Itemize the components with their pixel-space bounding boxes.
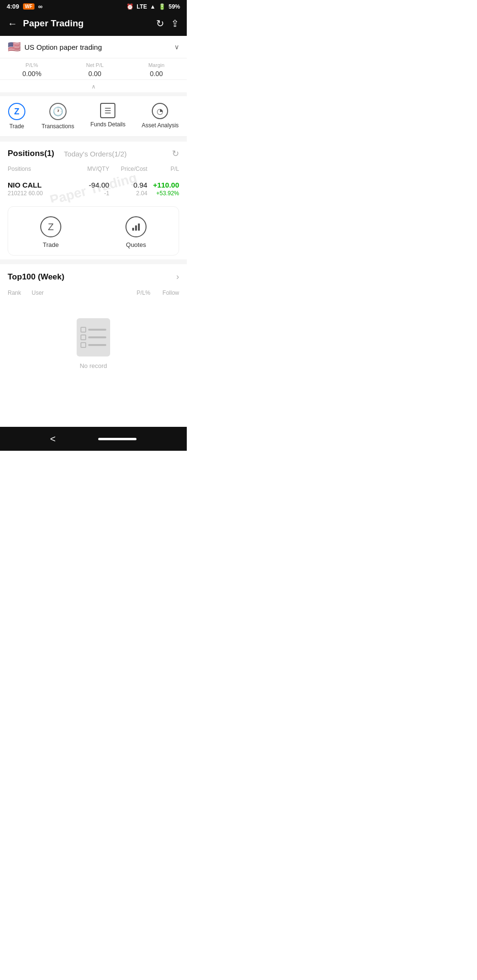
popup-actions: Z Trade Quotes — [8, 206, 179, 256]
infinity-icon: ∞ — [38, 3, 43, 10]
popup-quotes-label: Quotes — [126, 241, 146, 248]
nav-funds-details[interactable]: ☰ Funds Details — [91, 103, 125, 130]
pos-mv: -94.00 -1 — [71, 181, 110, 197]
position-row: Paper Trading NIO CALL 210212 60.00 -94.… — [0, 175, 187, 202]
pos-price-main: 0.94 — [109, 181, 148, 189]
refresh-button[interactable]: ↻ — [156, 18, 164, 29]
home-indicator[interactable] — [98, 438, 136, 440]
share-button[interactable]: ⇪ — [171, 18, 179, 29]
pos-name: NIO CALL — [8, 181, 71, 189]
status-bar: 4:09 WF ∞ ⏰ LTE ▲ 🔋 59% — [0, 0, 187, 13]
rh-user: User — [32, 290, 91, 296]
nav-trade-label: Trade — [9, 123, 24, 130]
svg-rect-1 — [135, 225, 137, 231]
nr-line-2 — [80, 334, 106, 340]
no-record-container: No record — [0, 299, 187, 398]
positions-refresh-icon[interactable]: ↻ — [172, 148, 179, 159]
stat-pl-pct-value: 0.00% — [23, 70, 42, 78]
nav-funds-label: Funds Details — [91, 121, 125, 128]
flag-icon: 🇺🇸 — [8, 41, 21, 53]
bottom-spacer — [0, 398, 187, 427]
asset-analysis-icon: ◔ — [152, 103, 168, 119]
pos-pl: +110.00 +53.92% — [148, 181, 179, 197]
pos-mv-main: -94.00 — [71, 181, 110, 189]
nr-checkbox-3 — [80, 342, 86, 348]
rh-pl: P/L% — [91, 290, 150, 296]
nav-transactions-label: Transactions — [42, 123, 74, 130]
positions-tabs: Positions(1) Today's Orders(1/2) ↻ — [0, 142, 187, 163]
app-header: ← Paper Trading ↻ ⇪ — [0, 13, 187, 36]
nr-line-1 — [80, 327, 106, 333]
popup-quotes-icon — [125, 216, 147, 237]
nav-asset-label: Asset Analysis — [142, 122, 179, 129]
tab-positions[interactable]: Positions(1) — [8, 149, 54, 158]
battery-icon: 🔋 — [159, 3, 166, 10]
top100-header: Top100 (Week) › — [0, 264, 187, 287]
popup-quotes[interactable]: Quotes — [125, 216, 147, 248]
wf-badge: WF — [23, 3, 34, 10]
top100-arrow-icon[interactable]: › — [176, 272, 179, 282]
bottom-back-button[interactable]: < — [50, 434, 56, 445]
no-record-text: No record — [80, 362, 107, 369]
rh-follow: Follow — [150, 290, 179, 296]
bottom-nav-bar: < — [0, 427, 187, 451]
page-title: Paper Trading — [23, 18, 84, 29]
lte-text: LTE — [136, 3, 147, 10]
status-left: 4:09 WF ∞ — [7, 3, 43, 10]
stats-bar: P/L% 0.00% Net P/L 0.00 Margin 0.00 — [0, 58, 187, 80]
big-divider-1 — [0, 137, 187, 142]
pos-qty: -1 — [71, 190, 110, 197]
no-record-icon — [77, 318, 110, 356]
section-divider-1 — [0, 92, 187, 96]
nr-checkbox-2 — [80, 334, 86, 340]
popup-trade-label: Trade — [43, 241, 58, 248]
account-name: US Option paper trading — [24, 43, 102, 51]
nav-transactions[interactable]: 🕐 Transactions — [42, 103, 74, 130]
popup-trade[interactable]: Z Trade — [40, 216, 61, 248]
nr-text-3 — [88, 344, 106, 346]
svg-rect-0 — [132, 228, 134, 231]
account-selector[interactable]: 🇺🇸 US Option paper trading ∨ — [0, 36, 187, 58]
time-display: 4:09 — [7, 3, 19, 10]
alarm-icon: ⏰ — [126, 3, 134, 10]
svg-rect-2 — [138, 223, 140, 231]
battery-text: 59% — [169, 3, 180, 10]
stat-margin: Margin 0.00 — [148, 62, 165, 78]
nr-checkbox-1 — [80, 327, 86, 333]
signal-icon: ▲ — [150, 3, 156, 10]
header-icons: ↻ ⇪ — [156, 18, 179, 29]
nr-line-3 — [80, 342, 106, 348]
rh-rank: Rank — [8, 290, 32, 296]
status-right: ⏰ LTE ▲ 🔋 59% — [126, 3, 180, 10]
th-positions: Positions — [8, 166, 71, 172]
top100-title: Top100 (Week) — [8, 272, 64, 282]
stat-net-pl-label: Net P/L — [86, 62, 104, 68]
stat-net-pl-value: 0.00 — [86, 70, 104, 78]
th-mv-qty: MV/QTY — [71, 166, 110, 172]
ranking-header: Rank User P/L% Follow — [0, 287, 187, 299]
th-price-cost: Price/Cost — [109, 166, 148, 172]
collapse-button[interactable]: ∧ — [0, 80, 187, 92]
th-pl: P/L — [148, 166, 179, 172]
popup-trade-icon: Z — [40, 216, 61, 237]
nr-text-1 — [88, 329, 106, 331]
back-button[interactable]: ← — [8, 18, 17, 29]
pos-left: NIO CALL 210212 60.00 — [8, 181, 71, 197]
stat-pl-pct: P/L% 0.00% — [23, 62, 42, 78]
account-left: 🇺🇸 US Option paper trading — [8, 41, 102, 53]
trade-icon: Z — [8, 103, 25, 120]
chevron-down-icon: ∨ — [174, 43, 179, 51]
nr-text-2 — [88, 336, 106, 338]
stat-margin-value: 0.00 — [148, 70, 165, 78]
stat-pl-pct-label: P/L% — [23, 62, 42, 68]
tab-orders[interactable]: Today's Orders(1/2) — [64, 150, 172, 158]
nav-asset-analysis[interactable]: ◔ Asset Analysis — [142, 103, 179, 130]
nav-trade[interactable]: Z Trade — [8, 103, 25, 130]
icon-nav: Z Trade 🕐 Transactions ☰ Funds Details ◔… — [0, 96, 187, 137]
pos-cost: 2.04 — [109, 190, 148, 197]
pos-sub: 210212 60.00 — [8, 190, 71, 197]
header-left: ← Paper Trading — [8, 18, 84, 29]
big-divider-2 — [0, 259, 187, 264]
stat-margin-label: Margin — [148, 62, 165, 68]
funds-details-icon: ☰ — [100, 103, 115, 118]
